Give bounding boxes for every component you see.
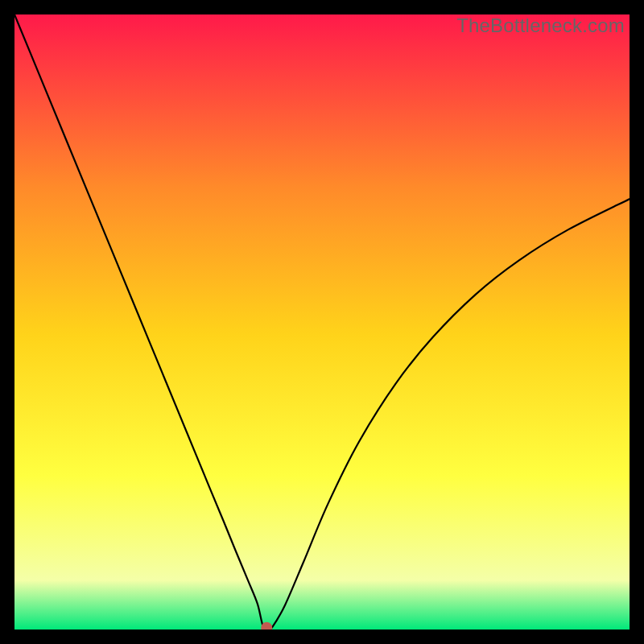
chart-svg bbox=[14, 14, 630, 630]
chart-frame: TheBottleneck.com bbox=[0, 0, 644, 644]
watermark-text: TheBottleneck.com bbox=[456, 14, 625, 37]
plot-area: TheBottleneck.com bbox=[14, 14, 630, 630]
gradient-background bbox=[14, 14, 630, 630]
